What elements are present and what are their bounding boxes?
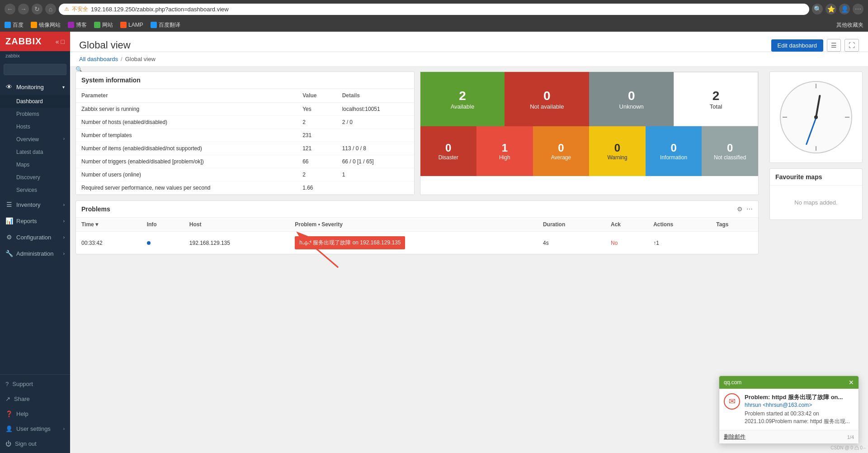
user-settings-item[interactable]: 👤 User settings › [0,421,70,436]
param-cell: Zabbix server is running [76,103,297,116]
problem-text[interactable]: httpd 服务出现了故障 on 192.168.129.135 [295,236,405,249]
search-button[interactable]: 🔍 [812,4,823,14]
problems-settings-icon[interactable]: ⚙ [737,205,743,213]
bookmark-boke[interactable]: 博客 [68,21,87,29]
sidebar-item-services[interactable]: Services [0,184,70,196]
table-row: Number of templates 231 [76,129,414,142]
bookmark-wangzhan[interactable]: 网站 [94,21,113,29]
breadcrumb: All dashboards / Global view [70,52,868,66]
bookmarks-bar: 百度 镜像网站 博客 网站 LAMP 百度翻译 其他收藏夹 [0,18,868,32]
administration-label: Administration [16,250,53,257]
severity-tile: 0Information [646,126,702,176]
configuration-header[interactable]: ⚙ Configuration › [0,229,70,245]
other-bookmarks[interactable]: 其他收藏夹 [836,21,863,29]
notification-page-current: 1 [847,434,850,440]
tick-9 [783,117,787,118]
system-info-widget: System information Parameter Value Detai… [75,72,415,195]
notification-text-line1: Problem started at 00:33:42 on [745,410,819,417]
severity-number: 0 [558,142,564,154]
administration-arrow: › [63,251,65,256]
expand-icon[interactable]: □ [61,38,65,45]
col-info: Info [142,218,184,232]
bookmark-fanyi[interactable]: 百度翻译 [151,21,180,29]
extensions-button[interactable]: ⭐ [826,4,836,14]
col-tags: Tags [711,218,758,232]
center-content: System information Parameter Value Detai… [70,66,764,453]
problem-description[interactable]: httpd 服务出现了故障 on 192.168.129.135 [289,232,538,254]
search-input[interactable] [8,67,75,73]
breadcrumb-all-dashboards[interactable]: All dashboards [79,56,118,62]
bookmark-lamp[interactable]: LAMP [120,22,143,28]
bookmark-baidu[interactable]: 百度 [5,21,24,29]
back-button[interactable]: ← [5,4,15,14]
page-title: Global view [79,39,131,51]
administration-header[interactable]: 🔧 Administration › [0,245,70,262]
host-availability-tile: 2Total [674,72,758,126]
details-cell: 113 / 0 / 8 [337,142,414,155]
breadcrumb-separator: / [121,56,123,62]
problems-table: Time ▾ Info Host Problem • Severity Dura… [76,218,758,254]
sidebar-item-dashboard[interactable]: Dashboard [0,95,70,108]
security-warning-icon: ⚠ [64,6,69,12]
notification-page-total: 4 [851,434,854,440]
notification-title: Problem: httpd 服务出现了故障 on... [745,393,854,401]
list-view-button[interactable]: ☰ [827,39,841,52]
param-cell: Number of hosts (enabled/disabled) [76,116,297,129]
severity-tile: 0Not classified [702,126,758,176]
sign-out-item[interactable]: ⏻ Sign out [0,436,70,451]
forward-button[interactable]: → [18,4,29,14]
severity-number: 0 [727,142,733,154]
problems-more-icon[interactable]: ⋯ [746,205,753,213]
sidebar-item-overview[interactable]: Overview› [0,133,70,146]
sidebar-item-maps[interactable]: Maps [0,158,70,171]
problem-info [142,232,184,254]
share-item[interactable]: ↗ Share [0,391,70,406]
severity-number: 0 [670,142,676,154]
sidebar-item-discovery[interactable]: Discovery [0,171,70,184]
refresh-button[interactable]: ↻ [32,4,42,14]
reports-icon: 📊 [5,217,13,224]
page-title-text: Global view [79,39,131,51]
home-button[interactable]: ⌂ [45,4,56,14]
problems-header: Problems ⚙ ⋯ [76,201,758,218]
user-settings-arrow: › [63,426,65,431]
help-item[interactable]: ❓ Help [0,406,70,421]
notification-close-button[interactable]: ✕ [849,379,854,386]
csdn-watermark: CSDN @ 0 凸 0← [830,445,867,451]
problem-time[interactable]: 00:33:42 [76,232,142,254]
bookmark-jingxiang[interactable]: 镜像网站 [31,21,61,29]
sidebar-logo: ZABBIX « □ [0,32,70,51]
notification-delete-action[interactable]: 删除邮件 [724,433,745,441]
edit-dashboard-button[interactable]: Edit dashboard [771,39,823,52]
problem-actions[interactable]: ↑1 [648,232,711,254]
table-row: Required server performance, new values … [76,181,414,195]
clock-widget [769,72,863,163]
profile-button[interactable]: 👤 [839,4,850,14]
sign-out-label: Sign out [15,440,37,447]
inventory-header[interactable]: ☰ Inventory › [0,196,70,213]
sidebar-item-hosts[interactable]: Hosts [0,120,70,133]
support-item[interactable]: ? Support [0,377,70,391]
sidebar-username: zabbix [0,51,70,62]
address-bar[interactable]: ⚠ 不安全 192.168.129.250/zabbix.php?action=… [59,4,809,15]
bookmark-icon-wangzhan [94,22,100,28]
severity-tile: 0Disaster [420,126,477,176]
sidebar-item-problems[interactable]: Problems [0,108,70,120]
col-problem-severity: Problem • Severity [289,218,538,232]
notification-sender-name: hhrsun [745,402,761,408]
monitoring-header[interactable]: 👁 Monitoring ▾ [0,79,70,95]
fullscreen-button[interactable]: ⛶ [844,39,859,52]
notification-page-info: 1/4 [847,434,854,440]
sidebar-search[interactable]: 🔍 [4,64,66,75]
collapse-icon[interactable]: « [56,38,59,45]
sidebar-item-latest-data[interactable]: Latest data [0,146,70,158]
notification-footer: 删除邮件 1/4 [719,430,859,443]
tile-label: Total [710,103,722,110]
inventory-label: Inventory [16,201,40,208]
reports-header[interactable]: 📊 Reports › [0,213,70,229]
tile-number: 0 [628,89,635,103]
more-button[interactable]: ⋯ [853,4,863,14]
problem-host[interactable]: 192.168.129.135 [184,232,289,254]
reports-label: Reports [16,218,37,224]
monitoring-arrow: ▾ [62,85,65,90]
